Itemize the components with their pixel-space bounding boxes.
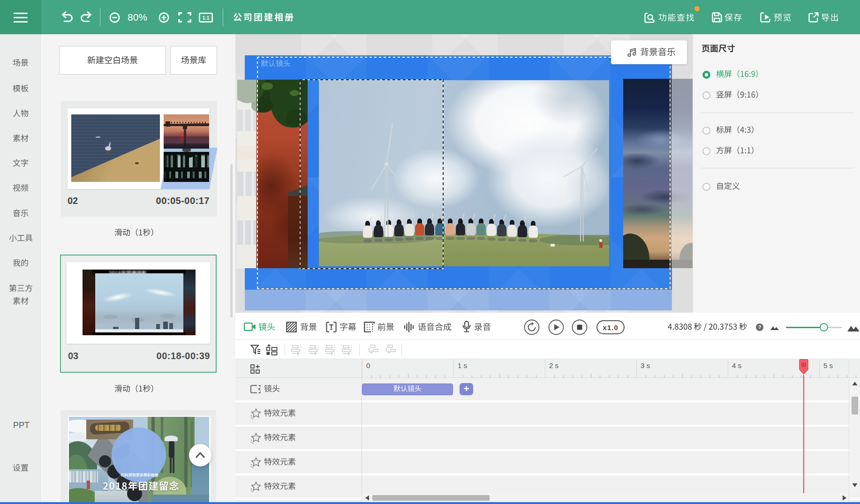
svg-text:1:1: 1:1 (203, 15, 210, 21)
